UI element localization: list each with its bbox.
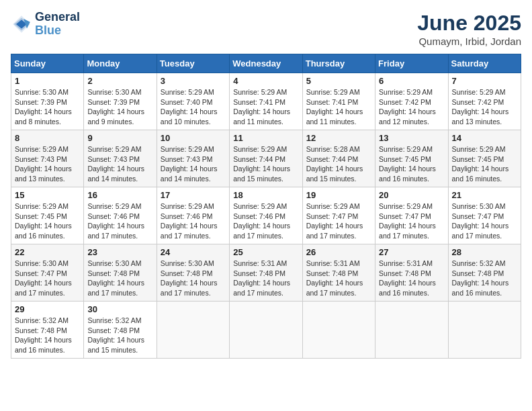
day-number: 21	[452, 190, 517, 200]
day-info: Sunrise: 5:29 AMSunset: 7:43 PMDaylight:…	[161, 144, 226, 184]
day-info: Sunrise: 5:32 AMSunset: 7:48 PMDaylight:…	[452, 259, 517, 298]
day-info: Sunrise: 5:31 AMSunset: 7:48 PMDaylight:…	[306, 259, 371, 298]
day-info: Sunrise: 5:29 AMSunset: 7:43 PMDaylight:…	[15, 144, 80, 184]
week-row-3: 15Sunrise: 5:29 AMSunset: 7:45 PMDayligh…	[11, 187, 521, 244]
day-number: 3	[161, 76, 226, 86]
day-number: 22	[15, 247, 80, 257]
calendar-cell: 3Sunrise: 5:29 AMSunset: 7:40 PMDaylight…	[157, 73, 229, 130]
calendar-cell: 6Sunrise: 5:29 AMSunset: 7:42 PMDaylight…	[375, 73, 448, 130]
calendar-cell	[448, 302, 521, 359]
calendar-cell: 21Sunrise: 5:30 AMSunset: 7:47 PMDayligh…	[448, 187, 521, 244]
weekday-header-row: SundayMondayTuesdayWednesdayThursdayFrid…	[11, 54, 521, 73]
month-title: June 2025	[417, 11, 521, 36]
calendar-cell	[157, 302, 229, 359]
calendar-cell: 2Sunrise: 5:30 AMSunset: 7:39 PMDaylight…	[84, 73, 157, 130]
calendar-cell: 19Sunrise: 5:29 AMSunset: 7:47 PMDayligh…	[302, 187, 375, 244]
calendar-cell: 29Sunrise: 5:32 AMSunset: 7:48 PMDayligh…	[11, 302, 84, 359]
title-block: June 2025 Qumaym, Irbid, Jordan	[417, 11, 521, 47]
day-number: 23	[87, 247, 152, 257]
day-info: Sunrise: 5:32 AMSunset: 7:48 PMDaylight:…	[15, 316, 80, 355]
day-info: Sunrise: 5:29 AMSunset: 7:46 PMDaylight:…	[87, 201, 152, 241]
calendar-cell: 26Sunrise: 5:31 AMSunset: 7:48 PMDayligh…	[302, 244, 375, 302]
day-number: 17	[161, 190, 226, 200]
logo-line1: General	[35, 11, 80, 24]
day-info: Sunrise: 5:29 AMSunset: 7:44 PMDaylight:…	[233, 144, 298, 184]
day-number: 16	[87, 190, 152, 200]
day-info: Sunrise: 5:30 AMSunset: 7:47 PMDaylight:…	[15, 259, 80, 298]
day-number: 10	[161, 133, 226, 143]
calendar-cell: 23Sunrise: 5:30 AMSunset: 7:48 PMDayligh…	[84, 244, 157, 302]
day-number: 19	[306, 190, 371, 200]
day-info: Sunrise: 5:29 AMSunset: 7:46 PMDaylight:…	[161, 201, 226, 241]
week-row-2: 8Sunrise: 5:29 AMSunset: 7:43 PMDaylight…	[11, 130, 521, 187]
day-info: Sunrise: 5:29 AMSunset: 7:42 PMDaylight:…	[379, 87, 444, 127]
calendar-cell: 15Sunrise: 5:29 AMSunset: 7:45 PMDayligh…	[11, 187, 84, 244]
calendar-cell: 11Sunrise: 5:29 AMSunset: 7:44 PMDayligh…	[230, 130, 302, 187]
calendar-cell: 13Sunrise: 5:29 AMSunset: 7:45 PMDayligh…	[375, 130, 448, 187]
calendar-cell: 25Sunrise: 5:31 AMSunset: 7:48 PMDayligh…	[230, 244, 302, 302]
day-number: 9	[87, 133, 152, 143]
location-title: Qumaym, Irbid, Jordan	[417, 36, 521, 47]
weekday-header-wednesday: Wednesday	[230, 54, 302, 73]
week-row-1: 1Sunrise: 5:30 AMSunset: 7:39 PMDaylight…	[11, 73, 521, 130]
day-number: 5	[306, 76, 371, 86]
calendar-cell: 24Sunrise: 5:30 AMSunset: 7:48 PMDayligh…	[157, 244, 229, 302]
day-info: Sunrise: 5:29 AMSunset: 7:41 PMDaylight:…	[233, 87, 298, 127]
day-info: Sunrise: 5:28 AMSunset: 7:44 PMDaylight:…	[306, 144, 371, 184]
day-number: 13	[379, 133, 444, 143]
calendar-cell: 20Sunrise: 5:29 AMSunset: 7:47 PMDayligh…	[375, 187, 448, 244]
page-header: General Blue June 2025 Qumaym, Irbid, Jo…	[11, 11, 521, 47]
day-number: 4	[233, 76, 298, 86]
calendar-cell: 10Sunrise: 5:29 AMSunset: 7:43 PMDayligh…	[157, 130, 229, 187]
weekday-header-tuesday: Tuesday	[157, 54, 229, 73]
logo: General Blue	[11, 11, 80, 38]
day-number: 24	[161, 247, 226, 257]
day-info: Sunrise: 5:29 AMSunset: 7:45 PMDaylight:…	[379, 144, 444, 184]
day-number: 1	[15, 76, 80, 86]
calendar-cell: 17Sunrise: 5:29 AMSunset: 7:46 PMDayligh…	[157, 187, 229, 244]
day-number: 14	[452, 133, 517, 143]
day-number: 18	[233, 190, 298, 200]
calendar-cell	[375, 302, 448, 359]
weekday-header-monday: Monday	[84, 54, 157, 73]
day-info: Sunrise: 5:29 AMSunset: 7:45 PMDaylight:…	[15, 201, 80, 241]
calendar-cell: 18Sunrise: 5:29 AMSunset: 7:46 PMDayligh…	[230, 187, 302, 244]
day-info: Sunrise: 5:29 AMSunset: 7:42 PMDaylight:…	[452, 87, 517, 127]
calendar-cell: 16Sunrise: 5:29 AMSunset: 7:46 PMDayligh…	[84, 187, 157, 244]
day-info: Sunrise: 5:30 AMSunset: 7:48 PMDaylight:…	[87, 259, 152, 298]
logo-icon	[11, 13, 32, 35]
calendar-cell: 22Sunrise: 5:30 AMSunset: 7:47 PMDayligh…	[11, 244, 84, 302]
week-row-5: 29Sunrise: 5:32 AMSunset: 7:48 PMDayligh…	[11, 302, 521, 359]
calendar-cell: 4Sunrise: 5:29 AMSunset: 7:41 PMDaylight…	[230, 73, 302, 130]
day-number: 28	[452, 247, 517, 257]
day-number: 2	[87, 76, 152, 86]
day-number: 26	[306, 247, 371, 257]
calendar-cell: 30Sunrise: 5:32 AMSunset: 7:48 PMDayligh…	[84, 302, 157, 359]
calendar-cell: 9Sunrise: 5:29 AMSunset: 7:43 PMDaylight…	[84, 130, 157, 187]
weekday-header-friday: Friday	[375, 54, 448, 73]
day-info: Sunrise: 5:31 AMSunset: 7:48 PMDaylight:…	[233, 259, 298, 298]
day-info: Sunrise: 5:29 AMSunset: 7:43 PMDaylight:…	[87, 144, 152, 184]
day-info: Sunrise: 5:32 AMSunset: 7:48 PMDaylight:…	[87, 316, 152, 355]
day-number: 6	[379, 76, 444, 86]
calendar-cell: 7Sunrise: 5:29 AMSunset: 7:42 PMDaylight…	[448, 73, 521, 130]
logo-line2: Blue	[35, 24, 80, 38]
calendar-cell: 5Sunrise: 5:29 AMSunset: 7:41 PMDaylight…	[302, 73, 375, 130]
calendar-cell: 8Sunrise: 5:29 AMSunset: 7:43 PMDaylight…	[11, 130, 84, 187]
week-row-4: 22Sunrise: 5:30 AMSunset: 7:47 PMDayligh…	[11, 244, 521, 302]
day-info: Sunrise: 5:31 AMSunset: 7:48 PMDaylight:…	[379, 259, 444, 298]
day-number: 7	[452, 76, 517, 86]
day-number: 15	[15, 190, 80, 200]
day-number: 8	[15, 133, 80, 143]
day-number: 29	[15, 304, 80, 314]
weekday-header-saturday: Saturday	[448, 54, 521, 73]
day-info: Sunrise: 5:29 AMSunset: 7:45 PMDaylight:…	[452, 144, 517, 184]
day-info: Sunrise: 5:30 AMSunset: 7:47 PMDaylight:…	[452, 201, 517, 241]
day-number: 20	[379, 190, 444, 200]
day-info: Sunrise: 5:29 AMSunset: 7:47 PMDaylight:…	[306, 201, 371, 241]
day-info: Sunrise: 5:30 AMSunset: 7:48 PMDaylight:…	[161, 259, 226, 298]
weekday-header-sunday: Sunday	[11, 54, 84, 73]
calendar-cell: 1Sunrise: 5:30 AMSunset: 7:39 PMDaylight…	[11, 73, 84, 130]
day-number: 25	[233, 247, 298, 257]
day-info: Sunrise: 5:30 AMSunset: 7:39 PMDaylight:…	[87, 87, 152, 127]
